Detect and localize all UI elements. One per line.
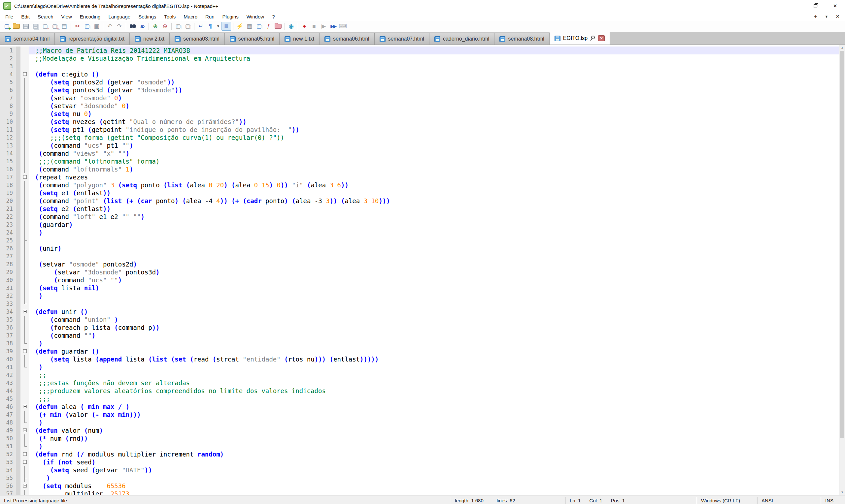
bookmark-margin[interactable] [16,189,20,197]
fold-toggle-icon[interactable] [20,458,29,466]
tab-semana06-html[interactable]: semana06.html [319,33,374,44]
function-list-icon[interactable]: ƒ [264,22,273,30]
line-number[interactable]: 15 [0,157,16,165]
line-number[interactable]: 20 [0,197,16,205]
code-line[interactable]: 17(repeat nvezes [0,173,839,181]
fold-toggle-icon[interactable] [20,70,29,78]
fold-toggle-icon[interactable] [20,347,29,355]
line-number[interactable]: 30 [0,276,16,284]
bookmark-margin[interactable] [16,142,20,149]
line-number[interactable]: 11 [0,126,16,133]
line-number[interactable]: 33 [0,300,16,308]
code-line[interactable]: 54 (setq seed (getvar "DATE")) [0,466,839,474]
bookmark-margin[interactable] [16,245,20,252]
bookmark-margin[interactable] [16,458,20,466]
bookmark-margin[interactable] [16,490,20,495]
fold-toggle-icon[interactable] [20,427,29,434]
line-number[interactable]: 37 [0,331,16,339]
bookmark-margin[interactable] [16,347,20,355]
code-line[interactable]: 37 (command "") [0,331,839,339]
menu-edit[interactable]: Edit [17,12,34,21]
line-number[interactable]: 31 [0,284,16,292]
bookmark-margin[interactable] [16,418,20,427]
line-number[interactable]: 55 [0,474,16,482]
bookmark-margin[interactable] [16,308,20,316]
bookmark-margin[interactable] [16,126,20,133]
code-line[interactable]: 53 (if (not seed) [0,458,839,466]
playback-macro-icon[interactable]: ▶ [319,22,328,30]
code-line[interactable]: 28 (setvar "osmode" pontos2d) [0,260,839,268]
line-number[interactable]: 57 [0,490,16,495]
line-number[interactable]: 56 [0,482,16,490]
bookmark-margin[interactable] [16,229,20,236]
paste-icon[interactable]: ▣ [92,22,101,30]
close-tab-button[interactable]: ✕ [835,14,840,19]
code-line[interactable]: 15 ;;;(command "loftnormals" forma) [0,157,839,165]
tab-egito-lsp[interactable]: EGITO.lsp✕ [550,32,610,44]
stop-recording-icon[interactable]: ■ [310,22,318,30]
bookmark-margin[interactable] [16,78,20,86]
code-line[interactable]: 50 (* num (rnd)) [0,434,839,442]
code-line[interactable]: 51 ) [0,442,839,450]
tab-semana04-html[interactable]: semana04.html [0,33,55,44]
tab-semana05-html[interactable]: semana05.html [225,33,280,44]
line-number[interactable]: 10 [0,118,16,126]
bookmark-margin[interactable] [16,284,20,292]
code-line[interactable]: 21 (setq e2 (entlast)) [0,205,839,213]
line-number[interactable]: 45 [0,395,16,403]
bookmark-margin[interactable] [16,300,20,308]
toolbar-dropdown-icon[interactable]: ▼ [215,22,221,30]
code-line[interactable]: 23 (guardar) [0,221,839,229]
line-number[interactable]: 41 [0,363,16,371]
line-number[interactable]: 16 [0,165,16,173]
code-line[interactable]: 30 (command "ucs" "") [0,276,839,284]
document-switcher-icon[interactable]: ▢ [254,22,263,30]
code-line[interactable]: 45 ;;; [0,395,839,403]
code-line[interactable]: 25 [0,236,839,245]
bookmark-margin[interactable] [16,54,20,62]
menu-encoding[interactable]: Encoding [76,12,105,21]
code-line[interactable]: 14 (command "views" "x" "") [0,149,839,157]
code-line[interactable]: 18 (command "polygon" 3 (setq ponto (lis… [0,181,839,189]
restore-button[interactable] [805,0,825,12]
code-line[interactable]: 38 ) [0,339,839,347]
bookmark-margin[interactable] [16,205,20,213]
bookmark-margin[interactable] [16,173,20,181]
line-number[interactable]: 22 [0,213,16,221]
code-line[interactable]: 27 [0,252,839,260]
code-line[interactable]: 11 (setq pt1 (getpoint "indique o ponto … [0,126,839,133]
line-number[interactable]: 46 [0,403,16,411]
line-number[interactable]: 35 [0,316,16,324]
line-number[interactable]: 3 [0,62,16,70]
code-line[interactable]: 19 (setq e1 (entlast)) [0,189,839,197]
bookmark-margin[interactable] [16,94,20,102]
replace-icon[interactable]: ab [138,22,146,30]
fold-toggle-icon[interactable] [20,173,29,181]
bookmark-margin[interactable] [16,47,20,54]
line-number[interactable]: 49 [0,427,16,434]
bookmark-margin[interactable] [16,466,20,474]
bookmark-margin[interactable] [16,268,20,276]
scroll-up-arrow[interactable]: ▲ [839,45,845,51]
bookmark-margin[interactable] [16,260,20,268]
bookmark-margin[interactable] [16,62,20,70]
line-number[interactable]: 53 [0,458,16,466]
tab-caderno-diario-html[interactable]: caderno_diario.html [429,33,495,44]
code-line[interactable]: 49(defun valor (num) [0,427,839,434]
bookmark-margin[interactable] [16,339,20,347]
line-number[interactable]: 54 [0,466,16,474]
bookmark-margin[interactable] [16,276,20,284]
line-number[interactable]: 1 [0,47,16,54]
line-number[interactable]: 27 [0,252,16,260]
define-language-icon[interactable]: ⚡ [235,22,244,30]
code-line[interactable]: 33 [0,300,839,308]
close-all-documents-icon[interactable]: ▢− [50,22,59,30]
bookmark-margin[interactable] [16,331,20,339]
menu-plugins[interactable]: Plugins [218,12,243,21]
bookmark-margin[interactable] [16,157,20,165]
line-number[interactable]: 4 [0,70,16,78]
code-line[interactable]: 12 ;;;(setq forma (getint "Composição cu… [0,133,839,142]
fold-toggle-icon[interactable] [20,450,29,458]
code-line[interactable]: 8 (setvar "3dosmode" 0) [0,102,839,110]
bookmark-margin[interactable] [16,395,20,403]
